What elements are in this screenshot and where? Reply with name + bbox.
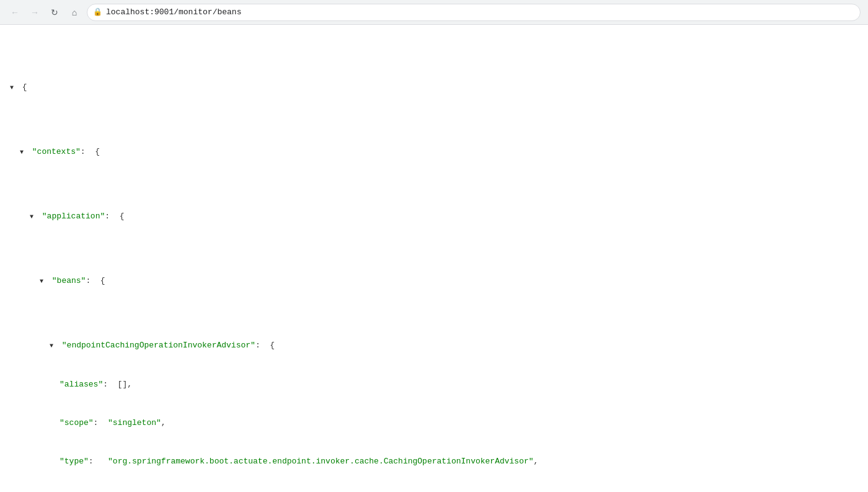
contexts-line: ▼ "contexts": { xyxy=(10,146,858,159)
address-input[interactable] xyxy=(87,4,861,21)
back-button[interactable]: ← xyxy=(7,5,22,20)
address-bar-container: 🔒 xyxy=(87,4,861,21)
home-button[interactable]: ⌂ xyxy=(67,5,82,20)
lock-icon: 🔒 xyxy=(93,7,102,17)
reload-button[interactable]: ↻ xyxy=(47,5,62,20)
browser-toolbar: ← → ↻ ⌂ 🔒 xyxy=(0,0,868,25)
root-open: ▼ { xyxy=(10,81,858,94)
beans-line: ▼ "beans": { xyxy=(10,275,858,288)
forward-button[interactable]: → xyxy=(27,5,42,20)
browser-content[interactable]: ▼ { ▼ "contexts": { ▼ "application": { ▼… xyxy=(0,25,868,492)
json-viewer: ▼ { ▼ "contexts": { ▼ "application": { ▼… xyxy=(10,30,858,492)
bean1-type: "type": "org.springframework.boot.actuat… xyxy=(10,455,858,468)
application-line: ▼ "application": { xyxy=(10,210,858,223)
bean1-name-line: ▼ "endpointCachingOperationInvokerAdviso… xyxy=(10,339,858,352)
bean1-aliases: "aliases": [], xyxy=(10,378,858,391)
browser-window: ← → ↻ ⌂ 🔒 ▼ { ▼ "contexts": { ▼ "applica… xyxy=(0,0,868,492)
bean1-scope: "scope": "singleton", xyxy=(10,417,858,430)
